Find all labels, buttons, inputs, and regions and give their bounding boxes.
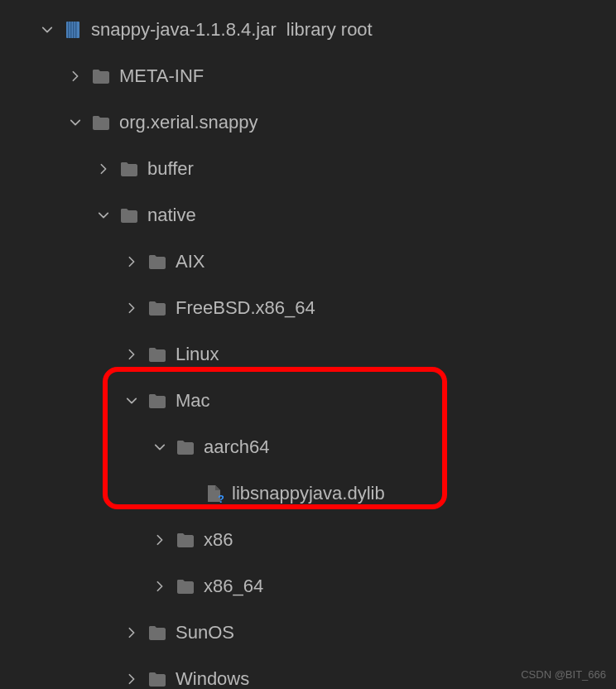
chevron-right-icon [124,254,139,269]
tree-item-label: org.xerial.snappy [119,112,258,133]
tree-item-label: snappy-java-1.1.8.4.jar [91,19,277,41]
folder-icon [147,391,167,411]
project-tree: snappy-java-1.1.8.4.jar library root MET… [0,0,616,689]
tree-folder-xerial[interactable]: org.xerial.snappy [0,99,616,146]
folder-icon [147,252,167,272]
chevron-right-icon [124,301,139,316]
tree-item-label: FreeBSD.x86_64 [176,297,315,319]
folder-icon [119,205,139,225]
tree-item-label: Windows [176,668,249,689]
folder-icon [147,669,167,689]
chevron-right-icon [124,347,139,362]
tree-item-label: META-INF [119,65,204,87]
tree-item-label: buffer [147,158,194,180]
jar-icon [63,20,83,40]
chevron-right-icon [96,161,111,176]
chevron-down-icon [124,393,139,408]
folder-icon [176,576,195,596]
folder-icon [147,623,167,643]
tree-folder-aarch64[interactable]: aarch64 [0,424,616,470]
tree-folder-x86[interactable]: x86 [0,517,616,563]
file-unknown-icon [204,484,224,504]
chevron-right-icon [152,532,167,547]
tree-folder-aix[interactable]: AIX [0,238,616,285]
tree-item-label: AIX [176,251,205,272]
tree-folder-buffer[interactable]: buffer [0,146,616,192]
chevron-right-icon [124,672,139,687]
folder-icon [176,530,195,550]
tree-item-label: Mac [176,390,210,412]
tree-folder-meta-inf[interactable]: META-INF [0,53,616,99]
chevron-right-icon [124,625,139,640]
tree-item-label: Linux [176,344,219,365]
folder-icon [147,298,167,318]
tree-folder-native[interactable]: native [0,192,616,238]
chevron-down-icon [68,115,83,130]
folder-icon [176,437,195,457]
tree-folder-linux[interactable]: Linux [0,331,616,378]
tree-item-label: libsnappyjava.dylib [232,483,385,504]
folder-icon [91,113,111,132]
tree-folder-mac[interactable]: Mac [0,378,616,424]
tree-root-item[interactable]: snappy-java-1.1.8.4.jar library root [0,7,616,53]
tree-folder-sunos[interactable]: SunOS [0,610,616,656]
tree-item-label: SunOS [176,622,234,643]
tree-item-label: aarch64 [204,436,270,458]
chevron-right-icon [152,579,167,594]
tree-folder-x86-64[interactable]: x86_64 [0,563,616,610]
tree-file-dylib[interactable]: libsnappyjava.dylib [0,470,616,517]
folder-icon [91,66,111,86]
tree-folder-freebsd[interactable]: FreeBSD.x86_64 [0,285,616,331]
chevron-down-icon [40,22,55,37]
chevron-down-icon [152,440,167,455]
folder-icon [147,344,167,364]
chevron-right-icon [68,69,83,84]
chevron-down-icon [96,208,111,223]
watermark: CSDN @BIT_666 [521,668,606,681]
tree-item-label: x86 [204,529,233,551]
folder-icon [119,159,139,179]
tree-item-suffix: library root [286,19,373,41]
tree-item-label: native [147,205,196,226]
tree-item-label: x86_64 [204,576,263,597]
